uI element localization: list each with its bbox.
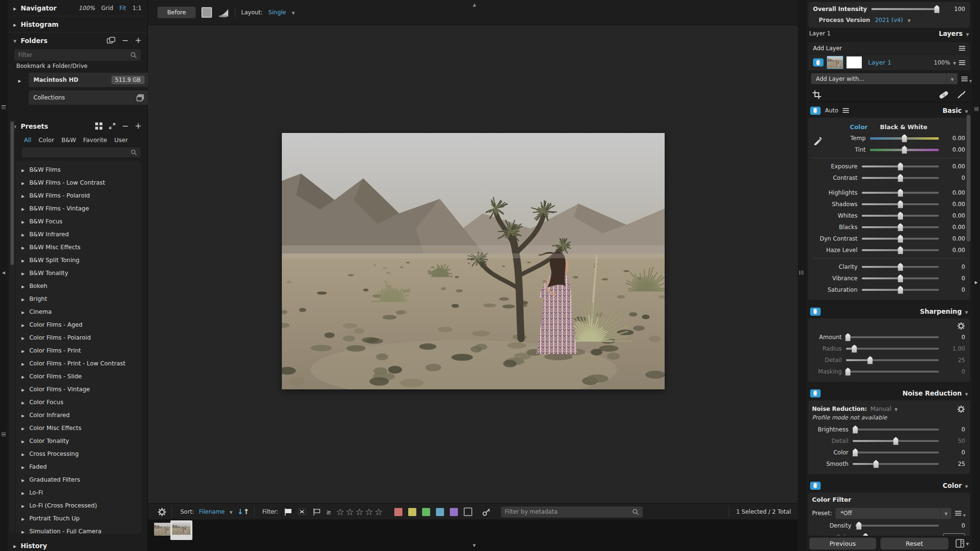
slider-track[interactable] <box>862 266 939 268</box>
star-filter-1[interactable] <box>336 507 345 517</box>
preset-category[interactable]: Portrait Touch Up <box>16 512 141 525</box>
dual-folder-icon[interactable] <box>107 37 116 44</box>
layers-panel-title[interactable]: Layers <box>939 30 969 37</box>
divider-grip-icon[interactable] <box>800 271 803 275</box>
before-button[interactable]: Before <box>157 7 196 18</box>
slider-handle[interactable] <box>893 437 899 445</box>
preset-tab-favorite[interactable]: Favorite <box>83 136 107 143</box>
collections-row[interactable]: Collections <box>29 90 149 105</box>
color-label-filter-2[interactable] <box>408 508 416 516</box>
histogram-header[interactable]: Histogram <box>8 16 147 33</box>
preset-category[interactable]: B&W Focus <box>16 215 141 228</box>
slider-handle[interactable] <box>898 246 903 254</box>
add-preset-button[interactable]: + <box>135 122 142 130</box>
brush-tool-icon[interactable] <box>957 90 966 99</box>
folder-filter-input[interactable]: Filter <box>14 49 141 61</box>
preset-category[interactable]: Color Films - Aged <box>16 318 141 331</box>
preset-category[interactable]: Color Focus <box>16 396 141 408</box>
overall-intensity-slider[interactable] <box>871 8 939 10</box>
slider-handle[interactable] <box>845 333 850 342</box>
panel-grip-icon[interactable] <box>1 432 6 436</box>
slider-track[interactable] <box>856 525 939 527</box>
preset-tab-color[interactable]: Color <box>39 136 55 143</box>
preset-category[interactable]: Color Misc Effects <box>16 421 141 434</box>
slider-track[interactable] <box>862 289 939 291</box>
panel-layout-caret-icon[interactable] <box>966 540 969 547</box>
slider-track[interactable] <box>853 440 939 442</box>
collapse-left-panel-arrow[interactable] <box>2 269 5 276</box>
preset-category[interactable]: B&W Films <box>16 163 141 176</box>
previous-button[interactable]: Previous <box>809 538 876 550</box>
layer-opacity-select[interactable]: 100% <box>934 59 950 66</box>
color-label-filter-3[interactable] <box>422 508 430 516</box>
slider-track[interactable] <box>862 203 939 205</box>
slider-track[interactable] <box>870 149 939 151</box>
color-preset-dropdown[interactable]: *Off <box>835 508 951 519</box>
preset-category[interactable]: Color Films - Polaroid <box>16 331 141 344</box>
slider-handle[interactable] <box>852 345 857 353</box>
slider-track[interactable] <box>846 336 939 338</box>
color-label-filter-5[interactable] <box>450 508 458 516</box>
slider-handle[interactable] <box>902 134 907 143</box>
preset-category[interactable]: Faded <box>16 460 141 473</box>
panel-grip-icon[interactable] <box>974 107 979 111</box>
slider-handle[interactable] <box>898 200 903 209</box>
sharpening-pane-header[interactable]: Sharpening <box>805 304 973 319</box>
effects-scrollbar-thumb[interactable] <box>967 115 970 242</box>
layout-select[interactable]: Single <box>268 9 286 16</box>
collapse-bottom-arrow[interactable] <box>473 541 476 548</box>
preset-category[interactable]: Cinema <box>16 305 141 318</box>
slider-handle[interactable] <box>898 212 903 220</box>
thumbnail-2-selected[interactable] <box>170 520 192 540</box>
slider-handle[interactable] <box>898 275 903 283</box>
color-enable-toggle[interactable] <box>810 482 821 490</box>
star-filter-5[interactable] <box>375 507 383 517</box>
color-label-filter-4[interactable] <box>436 508 444 516</box>
nr-mode-caret-icon[interactable] <box>895 406 898 412</box>
preset-category[interactable]: Graduated Filters <box>16 473 141 486</box>
noise-reduction-enable-toggle[interactable] <box>810 389 821 397</box>
slider-handle[interactable] <box>853 449 858 457</box>
menu-icon[interactable] <box>959 46 965 51</box>
panel-divider[interactable] <box>798 0 805 551</box>
one-to-one-option[interactable]: 1:1 <box>133 5 142 11</box>
process-version-select[interactable]: 2021 (v4) <box>875 17 902 23</box>
healing-brush-icon[interactable] <box>938 90 949 99</box>
preset-category[interactable]: B&W Tonality <box>16 266 141 279</box>
preset-category[interactable]: Bokeh <box>16 279 141 292</box>
slider-track[interactable] <box>862 277 939 279</box>
reset-button[interactable]: Reset <box>880 538 948 550</box>
slider-track[interactable] <box>870 137 939 140</box>
flag-rejected-icon[interactable] <box>298 508 307 516</box>
auto-button[interactable]: Auto <box>825 107 838 114</box>
sharpening-enable-toggle[interactable] <box>810 308 821 316</box>
nr-mode-select[interactable]: Manual <box>870 406 891 412</box>
slider-track[interactable] <box>862 238 939 240</box>
preset-category[interactable]: B&W Films - Vintage <box>16 202 141 215</box>
remove-preset-button[interactable]: − <box>122 122 129 130</box>
preset-search-input[interactable] <box>22 147 141 157</box>
key-icon[interactable] <box>482 507 491 517</box>
opacity-caret-icon[interactable] <box>953 59 956 66</box>
preset-category[interactable]: Cross Processing <box>16 447 141 460</box>
slider-handle[interactable] <box>873 460 879 468</box>
gear-icon[interactable] <box>957 322 965 330</box>
preset-category[interactable]: Color Films - Print - Low Contrast <box>16 357 141 370</box>
slider-handle[interactable] <box>898 223 903 231</box>
gear-icon[interactable] <box>157 507 167 517</box>
preset-category[interactable]: B&W Split Toning <box>16 253 141 266</box>
navigator-header[interactable]: Navigator 100% Grid Fit 1:1 <box>8 0 147 16</box>
history-header[interactable]: History <box>8 538 147 551</box>
expand-view-icon[interactable] <box>109 122 116 130</box>
preset-category[interactable]: Bright <box>16 292 141 305</box>
preset-category[interactable]: Color Films - Slide <box>16 370 141 383</box>
slider-handle[interactable] <box>845 368 850 376</box>
slider-track[interactable] <box>846 348 939 350</box>
collapse-top-arrow[interactable] <box>473 1 476 8</box>
slider-handle[interactable] <box>853 426 858 434</box>
folders-header[interactable]: Folders − + <box>8 33 147 48</box>
slider-handle[interactable] <box>868 356 873 364</box>
flag-unmarked-icon[interactable] <box>312 508 322 516</box>
slider-handle[interactable] <box>898 163 903 171</box>
layer-thumbnail[interactable] <box>827 56 843 69</box>
